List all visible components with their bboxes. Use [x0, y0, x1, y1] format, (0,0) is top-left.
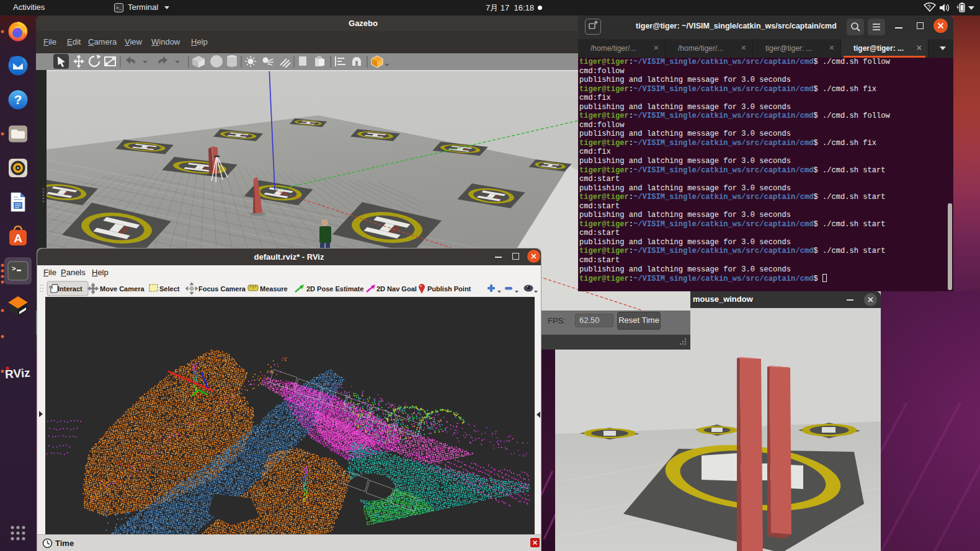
svg-text:A: A — [14, 232, 22, 245]
svg-text:?: ? — [927, 4, 931, 11]
svg-text:?: ? — [14, 92, 22, 107]
svg-text:>: > — [12, 265, 16, 273]
